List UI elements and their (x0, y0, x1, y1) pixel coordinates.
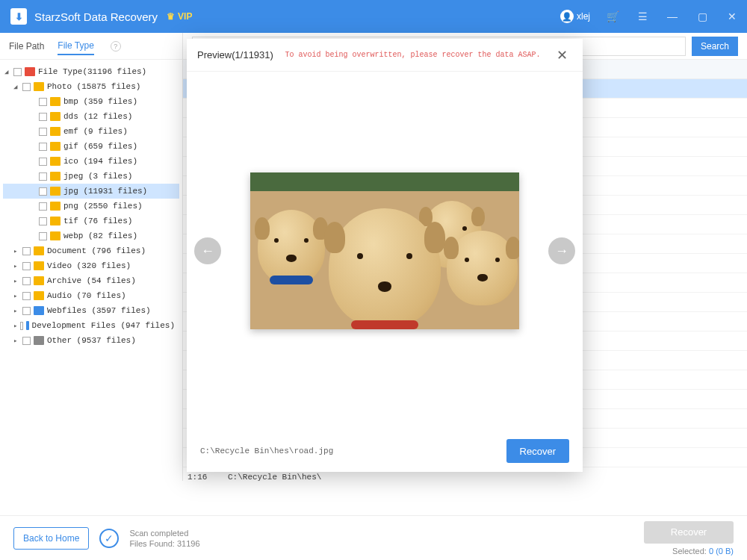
vip-badge[interactable]: ♛ VIP (167, 11, 192, 22)
tree-item-other[interactable]: ▸Other (9537 files) (3, 333, 179, 348)
app-title: StarzSoft Data Recovery (34, 10, 158, 23)
chevron-right-icon[interactable]: ▸ (13, 247, 19, 255)
tree-item-label: png (2550 files) (63, 202, 143, 211)
checkbox[interactable] (22, 262, 31, 270)
checkbox[interactable] (39, 143, 47, 151)
folder-icon (26, 321, 28, 330)
tab-file-type[interactable]: File Type (58, 37, 93, 55)
folder-icon (50, 112, 61, 121)
avatar-icon: 👤 (560, 10, 574, 23)
status-line-2: Files Found: 31196 (129, 538, 199, 549)
tree-item-ico[interactable]: ico (194 files) (3, 154, 179, 169)
next-arrow-icon[interactable]: → (548, 237, 575, 264)
preview-dialog: Preview(1/11931) To avoid being overwrit… (187, 39, 583, 472)
tree-item-label: Development Files (947 files) (32, 321, 175, 330)
chevron-right-icon[interactable]: ▸ (13, 292, 19, 300)
folder-icon (34, 291, 44, 300)
app-window: ⬇ StarzSoft Data Recovery ♛ VIP 👤 xlej 🛒… (0, 0, 747, 560)
tree-item-webp[interactable]: webp (82 files) (3, 228, 179, 243)
title-bar: ⬇ StarzSoft Data Recovery ♛ VIP 👤 xlej 🛒… (0, 0, 747, 33)
tree-item-bmp[interactable]: bmp (359 files) (3, 94, 179, 109)
tree-item-label: webp (82 files) (63, 231, 137, 240)
tree-item-jpg[interactable]: jpg (11931 files) (3, 184, 179, 199)
tree-item-label: emf (9 files) (63, 127, 128, 136)
checkbox[interactable] (39, 128, 47, 136)
tree-photo[interactable]: ◢ Photo (15875 files) (3, 79, 179, 94)
chevron-right-icon[interactable]: ▸ (13, 337, 19, 345)
checkbox[interactable] (39, 187, 47, 196)
folder-icon (50, 172, 61, 181)
checkbox[interactable] (22, 83, 31, 91)
tree-item-audio[interactable]: ▸Audio (70 files) (3, 288, 179, 303)
tree-item-tif[interactable]: tif (76 files) (3, 214, 179, 228)
tree-item-archive[interactable]: ▸Archive (54 files) (3, 273, 179, 288)
folder-icon (50, 142, 61, 151)
checkbox[interactable] (22, 307, 31, 315)
tree-item-png[interactable]: png (2550 files) (3, 199, 179, 214)
minimize-icon[interactable]: — (657, 0, 687, 33)
checkbox[interactable] (39, 98, 47, 106)
checkbox[interactable] (39, 232, 47, 240)
tree-item-label: jpeg (3 files) (63, 172, 132, 181)
cell-path: C:\Recycle Bin\hes\ (220, 473, 747, 482)
tree-root-label: File Type(31196 files) (38, 67, 146, 76)
chevron-down-icon[interactable]: ◢ (4, 68, 10, 76)
tree-item-document[interactable]: ▸Document (796 files) (3, 243, 179, 258)
tree-photo-label: Photo (15875 files) (47, 82, 140, 91)
tree-item-label: Archive (54 files) (47, 276, 136, 285)
checkbox[interactable] (39, 113, 47, 121)
close-window-icon[interactable]: ✕ (717, 0, 747, 33)
checkbox[interactable] (39, 217, 47, 225)
checkbox[interactable] (39, 202, 47, 211)
checkbox[interactable] (22, 247, 31, 255)
vip-label: VIP (178, 11, 192, 22)
recover-button[interactable]: Recover (644, 521, 734, 544)
chevron-right-icon[interactable]: ▸ (13, 277, 19, 285)
folder-icon (34, 306, 44, 315)
checkbox[interactable] (39, 158, 47, 166)
tree-item-dds[interactable]: dds (12 files) (3, 109, 179, 124)
folder-icon (34, 246, 44, 255)
selected-summary: Selected: 0 (0 B) (644, 547, 734, 556)
checkbox[interactable] (22, 292, 31, 300)
prev-arrow-icon[interactable]: ← (194, 237, 221, 264)
folder-icon (25, 67, 35, 76)
tree-item-label: tif (76 files) (63, 217, 132, 225)
search-button[interactable]: Search (692, 37, 738, 56)
checkbox[interactable] (13, 68, 22, 76)
tree-item-video[interactable]: ▸Video (320 files) (3, 258, 179, 273)
tree-item-emf[interactable]: emf (9 files) (3, 124, 179, 139)
cell-time: 1:16 (183, 473, 220, 482)
chevron-right-icon[interactable]: ▸ (13, 307, 19, 315)
chevron-down-icon[interactable]: ◢ (13, 83, 19, 91)
chevron-right-icon[interactable]: ▸ (13, 262, 19, 270)
folder-icon (34, 261, 44, 270)
preview-footer: C:\Recycle Bin\hes\road.jpg Recover (187, 430, 583, 472)
tree-root[interactable]: ◢ File Type(31196 files) (3, 64, 179, 79)
tree-item-label: Document (796 files) (47, 246, 146, 255)
checkbox[interactable] (39, 172, 47, 181)
help-icon[interactable]: ? (111, 41, 121, 52)
selected-value: 0 (0 B) (709, 547, 734, 556)
maximize-icon[interactable]: ▢ (687, 0, 717, 33)
tree-item-jpeg[interactable]: jpeg (3 files) (3, 169, 179, 184)
user-account[interactable]: 👤 xlej (560, 10, 590, 23)
tree-item-webfiles[interactable]: ▸Webfiles (3597 files) (3, 303, 179, 318)
tree-item-gif[interactable]: gif (659 files) (3, 139, 179, 154)
tree-item-dev[interactable]: ▸Development Files (947 files) (3, 318, 179, 333)
close-icon[interactable]: ✕ (552, 44, 572, 66)
preview-filepath: C:\Recycle Bin\hes\road.jpg (200, 447, 506, 455)
cart-icon[interactable]: 🛒 (598, 0, 627, 33)
sidebar: File Path File Type ? ◢ File Type(31196 … (0, 33, 183, 481)
preview-warning: To avoid being overwritten, please recov… (282, 51, 543, 59)
tree-item-label: jpg (11931 files) (63, 187, 147, 196)
back-to-home-button[interactable]: Back to Home (13, 527, 89, 550)
chevron-right-icon[interactable]: ▸ (13, 322, 17, 330)
checkbox[interactable] (22, 277, 31, 285)
checkbox[interactable] (22, 337, 31, 345)
preview-recover-button[interactable]: Recover (506, 439, 569, 463)
tab-file-path[interactable]: File Path (9, 38, 44, 55)
menu-icon[interactable]: ☰ (627, 0, 657, 33)
checkbox[interactable] (20, 322, 23, 330)
file-type-tree: ◢ File Type(31196 files) ◢ Photo (15875 … (0, 60, 182, 481)
